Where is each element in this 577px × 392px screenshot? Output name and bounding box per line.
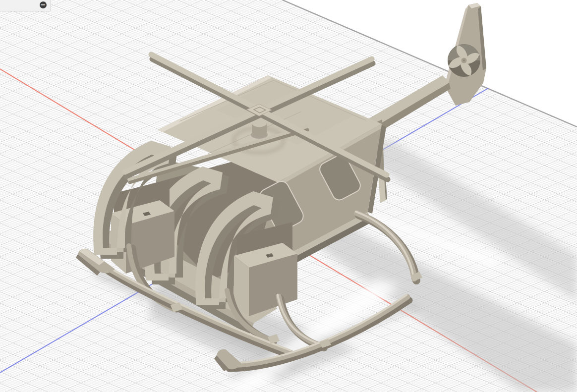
- browser-panel-corner: −: [0, 0, 51, 11]
- cad-3d-viewport[interactable]: −: [0, 0, 577, 392]
- tail-rotor: [448, 44, 480, 77]
- rotor-hub: [251, 119, 268, 139]
- seat: [234, 222, 297, 316]
- viewport-canvas[interactable]: [0, 0, 577, 392]
- panel-collapse-button[interactable]: −: [40, 1, 47, 8]
- minus-icon: −: [41, 2, 46, 8]
